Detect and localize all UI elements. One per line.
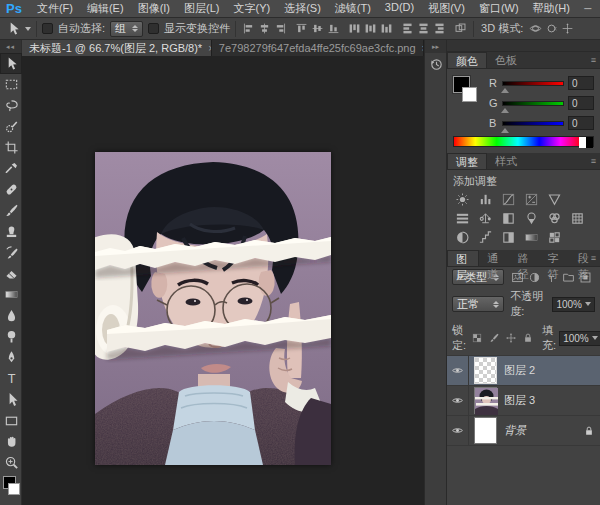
blend-mode-dropdown[interactable]: 正常	[452, 296, 504, 312]
adjustment-adj-colorbalance-button[interactable]	[476, 210, 495, 227]
filter-type-button[interactable]: T	[544, 270, 559, 285]
slider-marker-icon[interactable]	[501, 88, 509, 93]
adjustment-adj-blackwhite-button[interactable]	[499, 210, 518, 227]
color-swatches[interactable]	[453, 74, 483, 108]
show-transform-checkbox[interactable]	[148, 23, 159, 34]
menu-item[interactable]: 编辑(E)	[80, 1, 131, 16]
filter-group-button[interactable]	[561, 270, 576, 285]
layer-thumbnail[interactable]	[474, 357, 497, 384]
tool-shape[interactable]	[0, 410, 22, 431]
menu-item[interactable]: 图层(L)	[177, 1, 226, 16]
adjustment-adj-photofilter-button[interactable]	[522, 210, 541, 227]
panel-menu-icon[interactable]: ≡	[591, 253, 596, 263]
dist-top-button[interactable]	[347, 21, 362, 36]
slider-marker-icon[interactable]	[501, 108, 509, 113]
tool-zoom[interactable]	[0, 452, 22, 473]
move-tool-preset-icon[interactable]	[4, 20, 22, 38]
dist-vcenter-button[interactable]	[363, 21, 378, 36]
adjustment-adj-vibrance-button[interactable]	[545, 191, 564, 208]
canvas-area[interactable]	[22, 56, 424, 505]
color-swatch-widget[interactable]	[0, 475, 22, 501]
menu-item[interactable]: 视图(V)	[421, 1, 472, 16]
dist-right-button[interactable]	[432, 21, 447, 36]
tool-eraser[interactable]	[0, 263, 22, 284]
channel-slider[interactable]	[502, 81, 564, 86]
filter-smart-button[interactable]	[578, 270, 593, 285]
adjustment-adj-exposure-button[interactable]	[522, 191, 541, 208]
auto-select-checkbox[interactable]	[42, 23, 53, 34]
layer-name[interactable]: 背景	[504, 423, 578, 438]
dist-hcenter-button[interactable]	[416, 21, 431, 36]
adjustment-adj-colorlookup-button[interactable]	[568, 210, 587, 227]
filter-pixel-button[interactable]	[510, 270, 525, 285]
menu-item[interactable]: 选择(S)	[277, 1, 328, 16]
adjustment-adj-selectivecolor-button[interactable]	[545, 229, 564, 246]
dock-collapse-button[interactable]: ▸▸	[425, 40, 446, 53]
layers-tab-字符[interactable]: 字符	[540, 250, 570, 266]
layer-row[interactable]: 背景	[447, 416, 600, 446]
layer-visibility-toggle[interactable]	[447, 356, 469, 386]
tool-marquee[interactable]	[0, 74, 22, 95]
tool-pathselect[interactable]	[0, 389, 22, 410]
layer-name[interactable]: 图层 3	[504, 393, 600, 408]
adjustment-adj-threshold-button[interactable]	[499, 229, 518, 246]
tool-eyedropper[interactable]	[0, 158, 22, 179]
document-tab[interactable]: 7e798279f647efda4ffe25fc69ae3cfc.png×	[212, 40, 424, 56]
tool-historybrush[interactable]	[0, 242, 22, 263]
layer-thumbnail[interactable]	[474, 417, 497, 444]
3d-rotate-button[interactable]	[528, 21, 543, 36]
adjustment-adj-channelmixer-button[interactable]	[545, 210, 564, 227]
auto-align-button[interactable]	[453, 21, 468, 36]
3d-roll-button[interactable]	[544, 21, 559, 36]
channel-value[interactable]: 0	[568, 76, 594, 90]
tool-lasso[interactable]	[0, 95, 22, 116]
tool-healing[interactable]	[0, 179, 22, 200]
adjustment-adj-brightness-button[interactable]	[453, 191, 472, 208]
layers-tab-路径[interactable]: 路径	[509, 250, 539, 266]
3d-drag-button[interactable]	[560, 21, 575, 36]
align-hcenter-button[interactable]	[257, 21, 272, 36]
channel-value[interactable]: 0	[568, 96, 594, 110]
align-top-button[interactable]	[294, 21, 309, 36]
channel-value[interactable]: 0	[568, 116, 594, 130]
menu-item[interactable]: 滤镜(T)	[328, 1, 378, 16]
layer-thumbnail[interactable]	[474, 387, 497, 414]
tool-move[interactable]	[0, 53, 22, 74]
tool-dodge[interactable]	[0, 326, 22, 347]
adjustment-adj-posterize-button[interactable]	[476, 229, 495, 246]
minimize-button[interactable]: ─	[577, 0, 599, 18]
document-image[interactable]	[95, 152, 331, 465]
slider-marker-icon[interactable]	[501, 128, 509, 133]
menu-item[interactable]: 文件(F)	[30, 1, 80, 16]
lock-transparent-button[interactable]	[469, 331, 484, 346]
adjustment-adj-hue-button[interactable]	[453, 210, 472, 227]
adjustment-adj-curves-button[interactable]	[499, 191, 518, 208]
align-right-button[interactable]	[273, 21, 288, 36]
channel-slider[interactable]	[502, 101, 564, 106]
menu-item[interactable]: 窗口(W)	[472, 1, 526, 16]
filter-adjustment-button[interactable]	[527, 270, 542, 285]
layer-visibility-toggle[interactable]	[447, 386, 469, 416]
layer-name[interactable]: 图层 2	[504, 363, 600, 378]
document-tab[interactable]: 未标题-1 @ 66.7%(图层 2, RGB/8)*×	[22, 40, 212, 56]
adjust-tab-调整[interactable]: 调整	[447, 153, 487, 169]
ramp-black-swatch[interactable]	[586, 137, 593, 148]
color-tab-色板[interactable]: 色板	[487, 52, 525, 68]
tool-quickselect[interactable]	[0, 116, 22, 137]
toolbar-collapse-button[interactable]: ◂◂	[0, 40, 21, 53]
auto-select-dropdown[interactable]: 组	[110, 21, 143, 37]
color-spectrum-ramp[interactable]	[453, 136, 594, 147]
align-bottom-button[interactable]	[326, 21, 341, 36]
background-color-swatch[interactable]	[8, 483, 20, 495]
tool-type[interactable]: T	[0, 368, 22, 389]
background-swatch[interactable]	[462, 87, 477, 102]
lock-position-button[interactable]	[503, 331, 518, 346]
quick-mask-button[interactable]	[0, 501, 22, 505]
dist-bottom-button[interactable]	[379, 21, 394, 36]
align-vcenter-button[interactable]	[310, 21, 325, 36]
tool-blur[interactable]	[0, 305, 22, 326]
layer-row[interactable]: 图层 2	[447, 356, 600, 386]
layers-tab-通道[interactable]: 通道	[479, 250, 509, 266]
tool-stamp[interactable]	[0, 221, 22, 242]
tool-crop[interactable]	[0, 137, 22, 158]
